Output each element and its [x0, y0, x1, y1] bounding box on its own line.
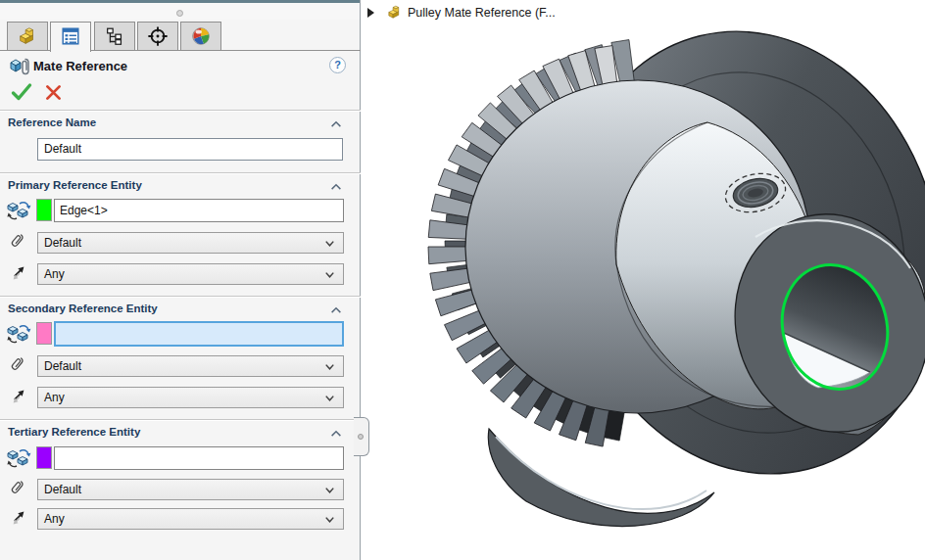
section-title: Primary Reference Entity [8, 179, 142, 191]
featuremanager-part-icon [17, 25, 38, 47]
dropdown-value: Default [44, 483, 81, 496]
section-header-tertiary: Tertiary Reference Entity [8, 426, 353, 442]
panel-grip-dot[interactable] [176, 10, 183, 17]
page-title: Mate Reference [33, 59, 127, 73]
tertiary-selection-box[interactable] [54, 446, 344, 470]
dropdown-value: Any [44, 391, 65, 404]
configurationmanager-icon [104, 25, 125, 47]
paperclip-icon [9, 232, 28, 252]
reference-name-input[interactable]: Default [37, 138, 343, 161]
divider [0, 419, 361, 421]
tertiary-mate-type-dropdown[interactable]: Default [37, 479, 344, 500]
divider [0, 172, 361, 174]
primary-selection-box[interactable]: Edge<1> [54, 199, 344, 222]
collapse-chevron-icon[interactable] [329, 181, 343, 192]
mate-reference-icon [8, 55, 31, 78]
property-manager-panel: Mate Reference ? Reference Name Default … [0, 0, 361, 560]
chevron-down-icon [322, 391, 337, 405]
tab-configurationmanager[interactable] [94, 22, 135, 51]
dropdown-value: Any [44, 512, 65, 526]
alignment-arrows-icon [9, 507, 28, 527]
propertymanager-icon [60, 25, 81, 47]
secondary-mate-type-dropdown[interactable]: Default [37, 355, 344, 377]
collapse-chevron-icon[interactable] [329, 304, 343, 315]
paperclip-icon [9, 479, 28, 498]
tertiary-alignment-dropdown[interactable]: Any [37, 508, 344, 530]
help-icon[interactable]: ? [329, 57, 346, 73]
section-header-primary: Primary Reference Entity [8, 179, 353, 195]
splitter-grip-dot [358, 434, 364, 440]
panel-grip-row[interactable] [0, 3, 360, 20]
section-title: Reference Name [8, 117, 96, 128]
reference-entity-icon [6, 321, 31, 347]
dropdown-value: Default [44, 359, 81, 373]
tab-featuremanager[interactable] [7, 22, 48, 51]
dropdown-value: Default [44, 236, 81, 250]
primary-alignment-dropdown[interactable]: Any [37, 263, 344, 285]
manager-tab-bar [7, 22, 220, 51]
collapse-chevron-icon[interactable] [329, 428, 343, 439]
tertiary-color-swatch [36, 446, 52, 469]
reference-entity-icon [6, 445, 31, 471]
paperclip-icon [9, 355, 28, 375]
alignment-arrows-icon [9, 386, 28, 405]
secondary-selection-box[interactable] [54, 321, 344, 347]
primary-color-swatch [36, 199, 52, 221]
displaymanager-sphere-icon [190, 25, 212, 47]
reference-entity-icon [6, 198, 31, 223]
tab-propertymanager[interactable] [50, 22, 91, 52]
tab-dimxpertmanager[interactable] [137, 22, 178, 51]
alignment-arrows-icon [9, 262, 28, 282]
tree-expand-arrow-icon[interactable] [367, 8, 374, 18]
section-header-reference-name: Reference Name [8, 117, 353, 132]
collapse-chevron-icon[interactable] [329, 118, 343, 129]
chevron-down-icon [322, 483, 337, 497]
chevron-down-icon [322, 512, 337, 527]
tree-root-label[interactable]: Pulley Mate Reference (F... [408, 6, 556, 20]
chevron-down-icon [322, 359, 337, 374]
part-icon [386, 4, 403, 21]
graphics-area-model[interactable] [362, 0, 925, 560]
chevron-down-icon [322, 236, 337, 251]
secondary-alignment-dropdown[interactable]: Any [37, 387, 344, 408]
secondary-color-swatch [36, 322, 52, 345]
divider [0, 296, 361, 298]
dimxpert-target-icon [147, 25, 169, 47]
graphics-area[interactable]: Pulley Mate Reference (F... [362, 0, 925, 560]
primary-mate-type-dropdown[interactable]: Default [37, 232, 344, 254]
ok-button[interactable] [10, 80, 33, 104]
cancel-button[interactable] [43, 82, 64, 103]
tab-displaymanager[interactable] [180, 22, 221, 51]
divider [0, 110, 361, 112]
section-header-secondary: Secondary Reference Entity [8, 303, 353, 318]
panel-splitter-handle[interactable] [354, 417, 369, 456]
section-title: Tertiary Reference Entity [8, 426, 140, 438]
chevron-down-icon [322, 267, 337, 282]
section-title: Secondary Reference Entity [8, 303, 158, 314]
dropdown-value: Any [44, 267, 65, 281]
